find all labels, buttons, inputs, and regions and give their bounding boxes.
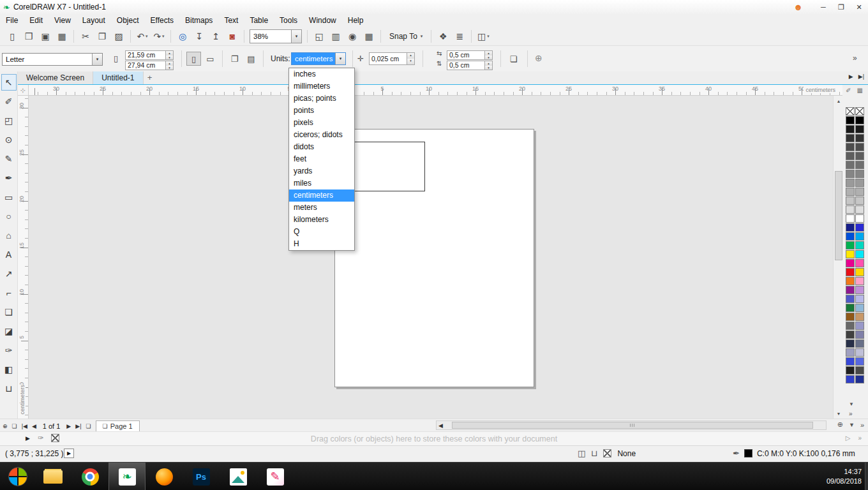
color-swatch[interactable] <box>846 116 855 124</box>
propbar-overflow-icon[interactable]: » <box>853 54 857 63</box>
color-swatch[interactable] <box>855 277 864 285</box>
page-width-field[interactable]: 21,59 cm ▴▾ <box>125 50 174 60</box>
restore-button[interactable]: ❐ <box>832 1 850 13</box>
publish-to-pdf-button[interactable]: ◙ <box>225 29 240 44</box>
page-width-spinner[interactable]: ▴▾ <box>165 51 173 59</box>
color-swatch[interactable] <box>846 304 855 312</box>
tray-next-icon[interactable]: ▷ <box>846 434 851 442</box>
start-button[interactable] <box>1 463 34 490</box>
color-swatch[interactable] <box>846 241 855 249</box>
menu-bitmaps[interactable]: Bitmaps <box>179 14 218 27</box>
taskbar-photoshop[interactable]: Ps <box>183 463 220 490</box>
units-combo[interactable]: centimeters ▾ <box>291 52 346 65</box>
fill-none-swatch[interactable] <box>603 449 611 457</box>
menu-table[interactable]: Table <box>244 14 274 27</box>
color-swatch[interactable] <box>846 125 855 133</box>
spin-down-icon[interactable]: ▾ <box>166 56 173 60</box>
menu-text[interactable]: Text <box>218 14 244 27</box>
treat-as-filled-button[interactable]: ❏ <box>506 52 521 66</box>
color-swatch[interactable] <box>855 232 864 241</box>
menu-window[interactable]: Window <box>303 14 342 27</box>
cut-button[interactable]: ✂ <box>78 29 93 44</box>
chevron-down-icon[interactable]: ▾ <box>146 34 148 39</box>
open-document-button[interactable]: ❒ <box>21 29 36 44</box>
color-swatch[interactable] <box>846 295 855 303</box>
color-swatch[interactable] <box>846 357 855 366</box>
no-color-swatch[interactable] <box>51 434 59 442</box>
menu-effects[interactable]: Effects <box>145 14 179 27</box>
color-swatch[interactable] <box>855 170 864 178</box>
color-swatch[interactable] <box>846 375 855 383</box>
color-swatch[interactable] <box>846 348 855 357</box>
rectangle-tool[interactable]: ▭ <box>1 189 17 205</box>
import-button[interactable]: ↧ <box>191 29 207 44</box>
vertical-ruler[interactable]: centimeters 302520151050 <box>18 96 29 419</box>
redo-button[interactable]: ↷▾ <box>151 29 167 44</box>
duplicate-y-field[interactable]: 0,5 cm ▴▾ <box>447 61 493 70</box>
color-swatch[interactable] <box>846 259 855 267</box>
spin-up-icon[interactable]: ▴ <box>407 53 414 59</box>
color-swatch[interactable] <box>855 330 864 339</box>
color-swatch[interactable] <box>846 143 855 151</box>
menu-layout[interactable]: Layout <box>77 14 111 27</box>
duplicate-x-spinner[interactable]: ▴▾ <box>484 51 492 59</box>
color-swatch[interactable] <box>846 205 855 214</box>
show-desktop-button[interactable] <box>865 463 868 490</box>
show-grid-button[interactable]: ▦ <box>361 29 377 44</box>
palette-scroll-down-icon[interactable]: ▼ <box>849 401 854 407</box>
color-swatch[interactable] <box>855 339 864 348</box>
color-swatch[interactable] <box>846 330 855 339</box>
show-rulers-button[interactable]: ▥ <box>328 29 343 44</box>
units-option-ciceros-didots[interactable]: ciceros; didots <box>289 129 354 141</box>
color-swatch[interactable] <box>855 214 864 223</box>
outline-color-swatch[interactable] <box>744 449 752 457</box>
horizontal-scrollbar[interactable]: ◀ <box>436 420 827 430</box>
tab-untitled-1[interactable]: Untitled-1 <box>93 71 143 84</box>
artistic-media-tool[interactable]: ✒ <box>1 170 17 186</box>
ellipse-tool[interactable]: ○ <box>1 208 17 225</box>
color-swatch[interactable] <box>846 232 855 241</box>
full-screen-preview-button[interactable]: ◱ <box>311 29 327 44</box>
palette-expand-icon[interactable]: » <box>849 410 853 417</box>
units-option-h[interactable]: H <box>289 238 354 250</box>
current-page-button[interactable]: ▤ <box>244 52 258 66</box>
menu-tools[interactable]: Tools <box>274 14 303 27</box>
units-option-didots[interactable]: didots <box>289 141 354 153</box>
next-page-icon[interactable]: ▶ <box>66 423 71 429</box>
scroll-up-icon[interactable]: ▲ <box>834 96 844 106</box>
palette-down-icon[interactable]: ▼ <box>849 422 855 428</box>
color-swatch[interactable] <box>846 170 855 178</box>
color-swatch[interactable] <box>855 161 864 169</box>
minimize-button[interactable]: ─ <box>814 1 832 13</box>
customize-icon[interactable]: ⊕ <box>3 423 8 429</box>
color-swatch[interactable] <box>846 277 855 285</box>
duplicate-x-field[interactable]: 0,5 cm ▴▾ <box>447 50 493 60</box>
units-option-yards[interactable]: yards <box>289 165 354 177</box>
pick-tool[interactable]: ↖ <box>1 74 17 91</box>
color-swatch[interactable] <box>855 357 864 366</box>
color-swatch[interactable] <box>846 322 855 330</box>
units-option-pixels[interactable]: pixels <box>289 117 354 129</box>
page-height-field[interactable]: 27,94 cm ▴▾ <box>125 61 174 70</box>
color-swatch[interactable] <box>855 125 864 133</box>
ruler-pen-icon[interactable]: ✐ <box>846 87 851 94</box>
landscape-button[interactable]: ▭ <box>203 52 218 66</box>
units-option-centimeters[interactable]: centimeters <box>289 189 354 202</box>
freehand-tool[interactable]: ✎ <box>1 151 17 167</box>
spin-down-icon[interactable]: ▾ <box>166 66 173 70</box>
units-option-millimeters[interactable]: millimeters <box>289 80 354 93</box>
color-swatch[interactable] <box>855 223 864 232</box>
color-swatch[interactable] <box>855 313 864 321</box>
drop-shadow-tool[interactable]: ❏ <box>1 304 17 320</box>
units-option-q[interactable]: Q <box>289 226 354 238</box>
smart-fill-tool[interactable]: ⊔ <box>1 380 17 397</box>
show-guidelines-button[interactable]: ◉ <box>345 29 360 44</box>
portrait-button[interactable]: ▯ <box>186 52 201 66</box>
color-swatch[interactable] <box>855 188 864 196</box>
color-swatch[interactable] <box>855 259 864 267</box>
dimension-tool[interactable]: ↗ <box>1 265 17 282</box>
crop-tool[interactable]: ◰ <box>1 112 17 129</box>
print-document-button[interactable]: ▦ <box>54 29 70 44</box>
menu-file[interactable]: File <box>0 14 24 27</box>
scroll-down-icon[interactable]: ▼ <box>834 408 844 419</box>
